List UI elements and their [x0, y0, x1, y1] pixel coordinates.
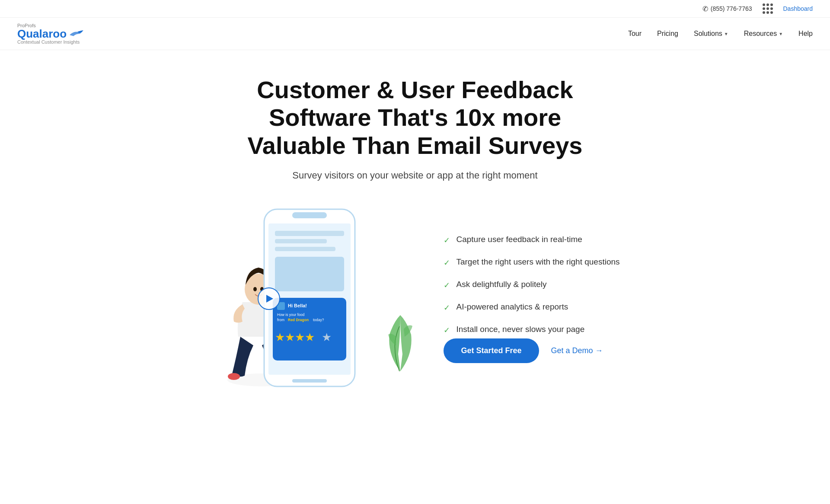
nav-help[interactable]: Help	[798, 30, 813, 38]
svg-rect-25	[292, 379, 327, 383]
qualaroo-logo[interactable]: Qualaroo	[17, 28, 84, 39]
feature-text-2: Target the right users with the right qu…	[456, 257, 619, 267]
resources-chevron-icon: ▼	[779, 32, 783, 36]
svg-rect-15	[275, 257, 344, 291]
tagline-label: Contextual Customer Insights	[17, 39, 84, 45]
svg-text:Red Dragon: Red Dragon	[288, 318, 309, 322]
check-icon-5: ✓	[444, 325, 450, 335]
phone-contact: ✆ (855) 776-7763	[702, 5, 752, 13]
hero-title: Customer & User Feedback Software That's…	[229, 76, 601, 159]
feature-item-3: ✓ Ask delightfully & politely	[444, 280, 619, 290]
phone-mockup: Hi Bella! How is your food from Red Drag…	[262, 207, 418, 390]
svg-text:★: ★	[322, 331, 332, 344]
nav-solutions[interactable]: Solutions ▼	[694, 30, 728, 38]
feature-item-2: ✓ Target the right users with the right …	[444, 257, 619, 268]
svg-point-1	[228, 373, 240, 380]
top-bar: ✆ (855) 776-7763 Dashboard	[0, 0, 830, 18]
svg-text:today?: today?	[313, 318, 324, 322]
svg-rect-10	[292, 212, 327, 218]
get-demo-link[interactable]: Get a Demo →	[551, 346, 603, 355]
svg-rect-14	[275, 247, 335, 251]
features-list: ✓ Capture user feedback in real-time ✓ T…	[444, 235, 619, 335]
apps-grid-icon[interactable]	[763, 3, 773, 14]
check-icon-1: ✓	[444, 236, 450, 245]
svg-rect-12	[275, 231, 344, 236]
check-icon-2: ✓	[444, 258, 450, 268]
nav-pricing[interactable]: Pricing	[657, 30, 678, 38]
play-icon	[266, 295, 273, 303]
feature-item-4: ✓ AI-powered analytics & reports	[444, 302, 619, 313]
phone-illustration: Hi Bella! How is your food from Red Drag…	[210, 207, 418, 390]
get-started-button[interactable]: Get Started Free	[444, 338, 539, 363]
nav-resources[interactable]: Resources ▼	[744, 30, 783, 38]
qualaroo-wordmark: Qualaroo	[17, 28, 67, 39]
feature-item-1: ✓ Capture user feedback in real-time	[444, 235, 619, 245]
main-content: Hi Bella! How is your food from Red Drag…	[112, 207, 718, 416]
svg-text:How is your food: How is your food	[277, 313, 305, 317]
phone-icon: ✆	[702, 5, 708, 13]
feature-text-4: AI-powered analytics & reports	[456, 302, 568, 312]
features-area: ✓ Capture user feedback in real-time ✓ T…	[444, 235, 619, 363]
check-icon-3: ✓	[444, 281, 450, 290]
phone-number: (855) 776-7763	[711, 5, 752, 12]
play-button[interactable]	[258, 287, 280, 310]
check-icon-4: ✓	[444, 303, 450, 313]
feature-text-3: Ask delightfully & politely	[456, 280, 546, 289]
bird-icon	[68, 30, 84, 38]
svg-text:Hi Bella!: Hi Bella!	[288, 303, 307, 308]
svg-text:★★★★: ★★★★	[275, 331, 315, 344]
nav-links: Tour Pricing Solutions ▼ Resources ▼ Hel…	[628, 30, 813, 38]
svg-point-7	[253, 287, 257, 291]
svg-text:from: from	[277, 318, 284, 322]
dashboard-link[interactable]: Dashboard	[783, 5, 813, 12]
feature-item-5: ✓ Install once, never slows your page	[444, 325, 619, 335]
feature-text-1: Capture user feedback in real-time	[456, 235, 582, 244]
feature-text-5: Install once, never slows your page	[456, 325, 584, 334]
nav-tour[interactable]: Tour	[628, 30, 642, 38]
logo-area: ProProfs Qualaroo Contextual Customer In…	[17, 23, 84, 45]
cta-buttons: Get Started Free Get a Demo →	[444, 338, 619, 363]
solutions-chevron-icon: ▼	[724, 32, 728, 36]
svg-rect-13	[275, 239, 327, 243]
hero-subtitle: Survey visitors on your website or app a…	[17, 170, 813, 181]
hero-section: Customer & User Feedback Software That's…	[0, 50, 830, 207]
navbar: ProProfs Qualaroo Contextual Customer In…	[0, 18, 830, 50]
